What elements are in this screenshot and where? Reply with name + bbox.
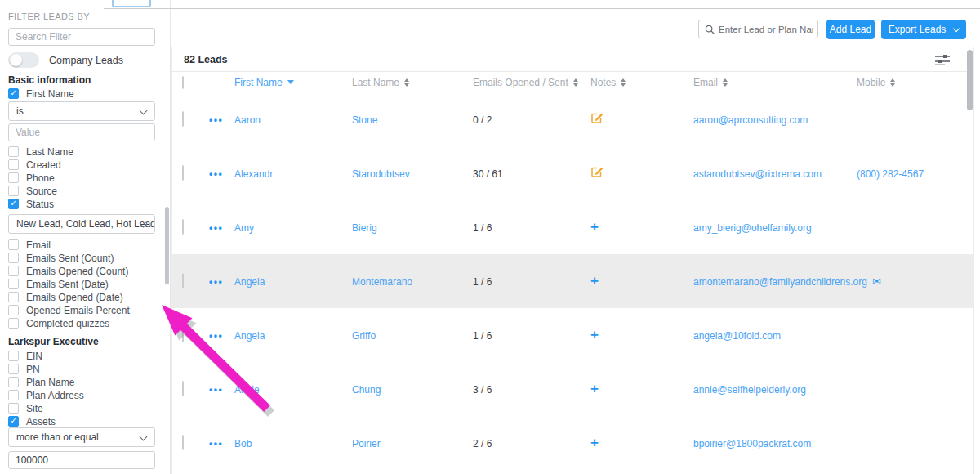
email-link[interactable]: amy_bierig@ohelfamily.org <box>693 222 812 234</box>
column-header-email[interactable]: Email <box>693 77 857 88</box>
filter-plan-address[interactable]: Plan Address <box>8 389 170 401</box>
email-link[interactable]: angela@10fold.com <box>693 330 781 342</box>
source-checkbox[interactable] <box>8 186 19 196</box>
filter-emails-sent-date[interactable]: Emails Sent (Date) <box>8 278 170 290</box>
email-link[interactable]: aaron@aprconsulting.com <box>693 114 808 126</box>
site-checkbox[interactable] <box>8 403 19 414</box>
column-header-emails-opened-sent[interactable]: Emails Opened / Sent <box>473 77 579 88</box>
row-actions-menu-icon[interactable]: ••• <box>205 438 223 449</box>
table-row[interactable]: ••• Annie Chung 3 / 6 + annie@selfhelpel… <box>172 362 973 416</box>
row-actions-menu-icon[interactable]: ••• <box>205 384 223 396</box>
assets-operator-select[interactable]: more than or equal <box>8 427 155 447</box>
assets-checkbox[interactable] <box>8 416 19 427</box>
filter-emails-opened-date[interactable]: Emails Opened (Date) <box>8 291 170 303</box>
plan-name-checkbox[interactable] <box>8 377 19 387</box>
last-name-link[interactable]: Chung <box>352 384 381 396</box>
filter-emails-sent-count[interactable]: Emails Sent (Count) <box>8 252 170 264</box>
mobile-value[interactable]: (800) 282-4567 <box>857 168 924 180</box>
filter-emails-opened-count[interactable]: Emails Opened (Count) <box>8 265 170 277</box>
filter-ein[interactable]: EIN <box>8 350 170 362</box>
first-name-link[interactable]: Alexandr <box>234 168 273 180</box>
filter-assets[interactable]: Assets <box>8 415 170 427</box>
row-checkbox[interactable] <box>182 273 184 288</box>
last-name-link[interactable]: Bierig <box>352 222 377 234</box>
column-header-first-name[interactable]: First Name <box>234 77 352 88</box>
filter-last-name[interactable]: Last Name <box>8 145 170 158</box>
lead-search-input[interactable] <box>719 25 813 34</box>
row-checkbox[interactable] <box>182 165 184 181</box>
column-header-notes[interactable]: Notes <box>579 77 693 88</box>
last-name-checkbox[interactable] <box>8 146 19 157</box>
envelope-icon[interactable]: ✉ <box>872 275 881 288</box>
row-actions-menu-icon[interactable]: ••• <box>205 330 223 342</box>
partial-toolbar-button[interactable] <box>112 0 151 7</box>
add-note-icon[interactable]: + <box>590 327 599 342</box>
first-name-operator-select[interactable]: is <box>8 101 155 121</box>
first-name-link[interactable]: Annie <box>234 384 260 396</box>
row-actions-menu-icon[interactable]: ••• <box>205 168 223 180</box>
add-note-icon[interactable]: + <box>590 219 599 235</box>
assets-value-input[interactable] <box>8 451 155 469</box>
lead-search-box[interactable] <box>698 20 818 38</box>
emails-sent-count-checkbox[interactable] <box>8 253 19 263</box>
filter-source[interactable]: Source <box>8 185 170 197</box>
filter-opened-emails-percent[interactable]: Opened Emails Percent <box>8 304 170 316</box>
last-name-link[interactable]: Stone <box>352 114 377 126</box>
add-note-icon[interactable]: + <box>590 381 599 396</box>
add-lead-button[interactable]: Add Lead <box>826 20 875 39</box>
filter-site[interactable]: Site <box>8 402 170 414</box>
row-checkbox[interactable] <box>182 381 184 396</box>
table-row[interactable]: ••• Amy Bierig 1 / 6 + amy_bierig@ohelfa… <box>172 200 973 254</box>
export-leads-button[interactable]: Export Leads <box>881 20 966 39</box>
sidebar-scrollbar[interactable] <box>165 207 169 284</box>
email-link[interactable]: bpoirier@1800packrat.com <box>693 438 811 449</box>
first-name-link[interactable]: Aaron <box>234 114 261 126</box>
row-actions-menu-icon[interactable]: ••• <box>205 222 223 234</box>
first-name-link[interactable]: Bob <box>234 438 252 449</box>
first-name-link[interactable]: Angela <box>234 330 265 342</box>
company-leads-toggle[interactable] <box>8 52 39 68</box>
column-header-mobile[interactable]: Mobile <box>857 77 973 88</box>
first-name-link[interactable]: Angela <box>234 276 265 288</box>
row-checkbox[interactable] <box>182 219 184 235</box>
email-link[interactable]: astarodubtsev@rixtrema.com <box>693 168 822 180</box>
emails-opened-count-checkbox[interactable] <box>8 266 19 276</box>
phone-checkbox[interactable] <box>8 172 19 183</box>
status-select[interactable]: New Lead, Cold Lead, Hot Lead, ... <box>8 214 155 234</box>
filter-completed-quizzes[interactable]: Completed quizzes <box>8 317 170 329</box>
add-note-icon[interactable]: + <box>590 273 599 288</box>
column-settings-icon[interactable] <box>934 54 951 66</box>
email-link[interactable]: amontemarano@familyandchildrens.org <box>693 276 867 288</box>
email-checkbox[interactable] <box>8 239 19 250</box>
filter-search-input[interactable] <box>8 28 155 46</box>
completed-quizzes-checkbox[interactable] <box>8 318 19 329</box>
created-checkbox[interactable] <box>8 159 19 170</box>
filter-email[interactable]: Email <box>8 239 170 251</box>
table-scrollbar[interactable] <box>967 50 973 110</box>
add-note-icon[interactable]: + <box>590 435 599 450</box>
emails-opened-date-checkbox[interactable] <box>8 292 19 302</box>
first-name-checkbox[interactable] <box>8 88 19 99</box>
ein-checkbox[interactable] <box>8 351 19 361</box>
filter-created[interactable]: Created <box>8 159 170 171</box>
filter-pn[interactable]: PN <box>8 363 170 375</box>
email-link[interactable]: annie@selfhelpelderly.org <box>693 384 806 396</box>
first-name-link[interactable]: Amy <box>234 222 254 234</box>
filter-plan-name[interactable]: Plan Name <box>8 376 170 388</box>
edit-note-icon[interactable] <box>590 165 604 178</box>
filter-phone[interactable]: Phone <box>8 172 170 184</box>
edit-note-icon[interactable] <box>590 111 604 124</box>
row-actions-menu-icon[interactable]: ••• <box>205 114 223 126</box>
last-name-link[interactable]: Starodubtsev <box>352 168 410 180</box>
table-row[interactable]: ••• Angela Griffo 1 / 6 + angela@10fold.… <box>172 308 973 362</box>
first-name-value-input[interactable] <box>8 123 155 141</box>
status-checkbox[interactable] <box>8 199 19 209</box>
pn-checkbox[interactable] <box>8 364 19 374</box>
column-header-last-name[interactable]: Last Name <box>352 77 473 88</box>
emails-sent-date-checkbox[interactable] <box>8 279 19 289</box>
table-row[interactable]: ••• Aaron Stone 0 / 2 aaron@aprconsultin… <box>172 92 973 146</box>
last-name-link[interactable]: Montemarano <box>352 276 412 288</box>
filter-status[interactable]: Status <box>8 198 170 210</box>
table-row[interactable]: ••• Alexandr Starodubtsev 30 / 61 astaro… <box>172 146 973 200</box>
row-checkbox[interactable] <box>182 327 184 342</box>
